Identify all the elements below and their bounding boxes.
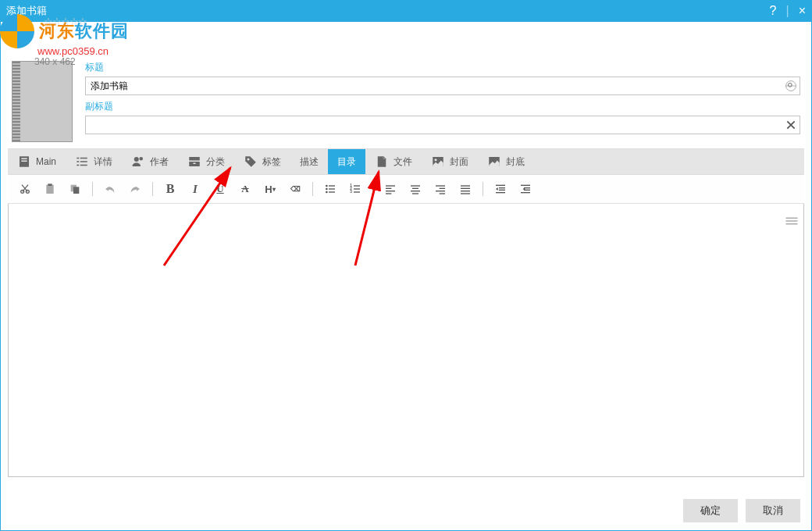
outdent-icon[interactable] (516, 180, 535, 198)
svg-rect-41 (386, 191, 395, 191)
svg-rect-15 (194, 163, 196, 165)
tab-main[interactable]: Main (8, 149, 66, 174)
cancel-button[interactable]: 取消 (746, 499, 800, 522)
align-right-icon[interactable] (431, 180, 450, 198)
tab-label: 作者 (150, 155, 169, 169)
svg-rect-45 (411, 191, 420, 191)
ok-button[interactable]: 确定 (683, 499, 738, 522)
svg-rect-58 (496, 192, 505, 193)
svg-rect-52 (461, 188, 470, 189)
underline-icon[interactable]: U (211, 180, 230, 198)
svg-rect-25 (73, 187, 79, 194)
svg-point-18 (435, 159, 437, 161)
svg-rect-28 (329, 185, 335, 186)
align-left-icon[interactable] (381, 180, 400, 198)
svg-rect-8 (80, 161, 87, 162)
align-center-icon[interactable] (406, 180, 425, 198)
toolbar-separator (483, 182, 483, 196)
tab-label: 描述 (300, 155, 319, 169)
unordered-list-icon[interactable] (321, 180, 340, 198)
tab-label: 封面 (450, 155, 468, 169)
indent-icon[interactable] (491, 180, 510, 198)
svg-rect-57 (499, 190, 505, 191)
svg-rect-5 (77, 158, 79, 159)
tab-category[interactable]: 分类 (178, 149, 234, 174)
svg-rect-61 (524, 190, 530, 191)
svg-rect-49 (436, 191, 445, 191)
svg-point-0 (789, 84, 792, 87)
title-bar: 添加书籍 ? | × (0, 0, 812, 22)
svg-rect-40 (386, 188, 391, 189)
title-input[interactable] (86, 80, 782, 91)
window-title: 添加书籍 (6, 4, 47, 18)
tab-detail[interactable]: 详情 (66, 149, 122, 174)
toolbar-separator (312, 182, 313, 196)
svg-rect-53 (461, 191, 470, 191)
svg-text:⌫: ⌫ (290, 185, 301, 193)
tab-tags[interactable]: 标签 (234, 149, 290, 174)
svg-rect-34 (354, 185, 360, 186)
svg-rect-63 (786, 218, 798, 219)
svg-rect-30 (329, 188, 335, 189)
toolbar-options-icon[interactable] (785, 216, 800, 226)
svg-rect-46 (412, 193, 418, 194)
svg-rect-13 (189, 157, 200, 161)
tab-cover[interactable]: 封面 (422, 149, 478, 174)
svg-rect-10 (80, 165, 87, 166)
tab-bar: Main 详情 作者 分类 标签 描述 目录 文件 封面 (8, 148, 804, 175)
tab-file[interactable]: 文件 (365, 149, 422, 174)
svg-rect-6 (80, 158, 87, 159)
svg-rect-36 (354, 188, 360, 189)
svg-rect-42 (386, 193, 391, 194)
help-icon[interactable]: ? (770, 4, 777, 18)
tab-label: 分类 (206, 155, 225, 169)
tab-backcover[interactable]: 封底 (478, 149, 534, 174)
paste-icon[interactable] (41, 180, 59, 198)
subtitle-input[interactable] (86, 119, 782, 130)
title-search-icon[interactable] (782, 77, 800, 94)
toolbar-separator (92, 182, 93, 196)
close-icon[interactable]: × (799, 4, 806, 18)
svg-rect-65 (786, 223, 798, 225)
toolbar-separator (372, 182, 373, 196)
svg-point-11 (134, 157, 139, 162)
clear-format-icon[interactable]: ⌫ (286, 180, 304, 198)
toolbar-separator (152, 182, 153, 196)
tab-toc[interactable]: 目录 (328, 149, 365, 174)
tab-label: 文件 (394, 155, 412, 169)
svg-rect-48 (440, 188, 445, 189)
svg-rect-44 (412, 188, 418, 189)
svg-rect-54 (461, 193, 470, 194)
bold-icon[interactable]: B (161, 180, 180, 198)
svg-rect-9 (77, 165, 79, 166)
subtitle-clear-icon[interactable] (782, 116, 800, 134)
editor-toolbar: B I U A H▾ ⌫ 123 (8, 175, 804, 204)
svg-point-29 (326, 188, 328, 191)
svg-text:3: 3 (350, 190, 352, 194)
ordered-list-icon[interactable]: 123 (346, 180, 365, 198)
tab-author[interactable]: 作者 (122, 149, 178, 174)
subtitle-label: 副标题 (85, 100, 800, 113)
rich-text-editor[interactable] (8, 204, 804, 477)
cut-icon[interactable] (16, 180, 34, 198)
align-justify-icon[interactable] (456, 180, 475, 198)
svg-rect-50 (440, 193, 445, 194)
strikethrough-icon[interactable]: A (236, 180, 255, 198)
tab-description[interactable]: 描述 (290, 149, 328, 174)
undo-icon[interactable] (101, 180, 119, 198)
svg-rect-47 (436, 185, 445, 186)
italic-icon[interactable]: I (186, 180, 205, 198)
heading-icon[interactable]: H▾ (261, 180, 280, 198)
svg-rect-51 (461, 185, 470, 186)
svg-rect-7 (77, 161, 79, 162)
copy-icon[interactable] (66, 180, 84, 198)
svg-rect-3 (21, 159, 27, 160)
svg-rect-62 (521, 192, 530, 193)
book-cover-thumbnail[interactable] (12, 61, 73, 142)
svg-rect-4 (21, 161, 27, 162)
svg-rect-59 (521, 185, 530, 186)
redo-icon[interactable] (126, 180, 144, 198)
svg-rect-32 (329, 191, 335, 192)
cover-spine (12, 62, 20, 141)
tab-label: Main (36, 156, 56, 167)
